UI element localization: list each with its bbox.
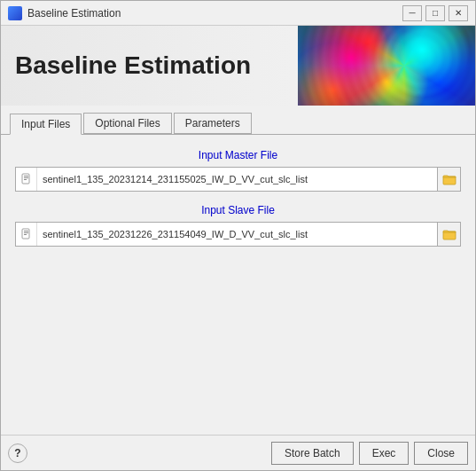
svg-rect-2	[24, 177, 28, 178]
svg-rect-6	[24, 231, 28, 232]
help-button[interactable]: ?	[8, 444, 27, 463]
minimize-button[interactable]: ─	[402, 5, 422, 21]
master-file-icon-box	[16, 168, 37, 191]
title-bar-controls: ─ □ ✕	[402, 5, 468, 21]
master-folder-icon	[442, 173, 456, 185]
slave-folder-icon	[442, 228, 456, 240]
tab-input-files[interactable]: Input Files	[10, 114, 82, 135]
tab-optional-files[interactable]: Optional Files	[83, 113, 171, 134]
master-file-value: sentinel1_135_20231214_231155025_IW_D_VV…	[37, 174, 437, 184]
master-file-icon	[20, 173, 33, 185]
content-area: Input Master File sentinel1_135_20231214…	[1, 135, 475, 435]
close-window-button[interactable]: ✕	[449, 5, 468, 21]
slave-browse-button[interactable]	[437, 223, 460, 246]
main-window: Baseline Estimation ─ □ ✕ Baseline Estim…	[0, 0, 476, 471]
slave-file-group: Input Slave File sentinel1_135_20231226_…	[15, 204, 461, 247]
title-bar: Baseline Estimation ─ □ ✕	[1, 1, 475, 26]
maximize-button[interactable]: □	[425, 5, 445, 21]
master-file-group: Input Master File sentinel1_135_20231214…	[15, 149, 461, 192]
master-file-row: sentinel1_135_20231214_231155025_IW_D_VV…	[15, 167, 461, 192]
content-spacer	[15, 259, 461, 420]
svg-rect-0	[22, 174, 29, 184]
footer-bar: ? Store Batch Exec Close	[1, 435, 475, 470]
header-title: Baseline Estimation	[15, 51, 251, 80]
svg-rect-1	[24, 176, 28, 177]
slave-file-icon	[20, 228, 33, 240]
header-image	[298, 26, 475, 106]
svg-rect-7	[24, 232, 28, 233]
master-browse-button[interactable]	[437, 168, 460, 191]
slave-file-icon-box	[16, 223, 37, 246]
tabs-bar: Input Files Optional Files Parameters	[1, 106, 475, 135]
slave-file-row: sentinel1_135_20231226_231154049_IW_D_VV…	[15, 222, 461, 247]
store-batch-button[interactable]: Store Batch	[271, 442, 354, 465]
header-banner: Baseline Estimation	[1, 26, 475, 106]
svg-rect-5	[22, 229, 29, 239]
slave-file-label: Input Slave File	[15, 204, 461, 216]
slave-file-value: sentinel1_135_20231226_231154049_IW_D_VV…	[37, 229, 437, 239]
footer-left: ?	[8, 444, 27, 463]
master-file-label: Input Master File	[15, 149, 461, 161]
svg-rect-3	[24, 179, 27, 180]
exec-button[interactable]: Exec	[359, 442, 410, 465]
window-title: Baseline Estimation	[27, 7, 121, 20]
title-bar-left: Baseline Estimation	[8, 6, 121, 20]
svg-rect-8	[24, 234, 27, 235]
close-button[interactable]: Close	[414, 442, 468, 465]
tab-parameters[interactable]: Parameters	[174, 113, 252, 134]
app-icon	[8, 6, 22, 20]
